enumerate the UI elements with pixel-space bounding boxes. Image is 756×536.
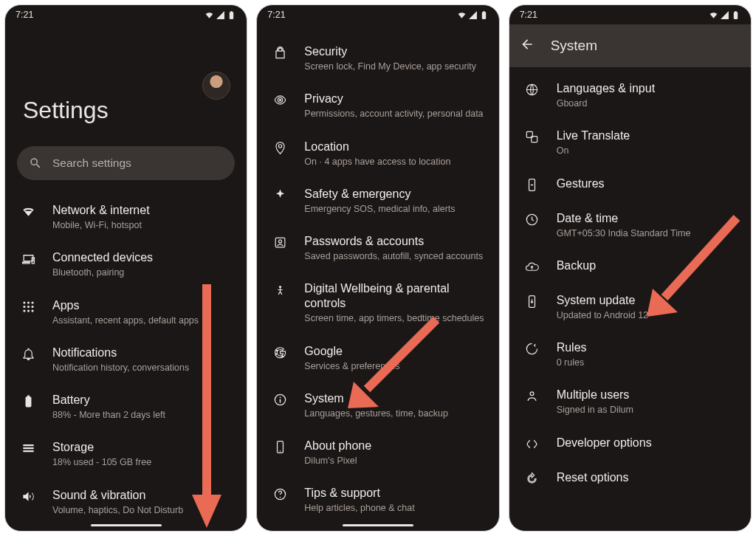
backup-icon — [525, 260, 539, 274]
signal-icon — [720, 10, 729, 20]
row-sub: Screen time, app timers, bedtime schedul… — [304, 312, 485, 324]
row-title: Gestures — [557, 176, 738, 191]
back-button[interactable] — [520, 37, 535, 55]
row-apps[interactable]: AppsAssistant, recent apps, default apps — [5, 289, 247, 336]
status-bar: 7:21 — [257, 5, 498, 24]
svg-point-7 — [27, 309, 29, 312]
users-icon — [525, 389, 539, 403]
svg-point-6 — [23, 309, 25, 312]
row-system-update[interactable]: System updateUpdated to Android 12 — [509, 284, 751, 331]
row-connected-devices[interactable]: Connected devicesBluetooth, pairing — [5, 241, 247, 288]
status-icons — [205, 10, 236, 20]
row-sub: Help articles, phone & chat — [304, 502, 485, 514]
translate-icon — [525, 130, 539, 144]
wifi-icon — [709, 10, 718, 20]
google-icon — [273, 346, 287, 360]
row-sub: Signed in as Dilum — [557, 404, 738, 416]
svg-point-3 — [23, 305, 25, 307]
row-title: System — [304, 391, 485, 406]
row-google[interactable]: GoogleServices & preferences — [257, 334, 498, 382]
row-sub: Updated to Android 12 — [557, 309, 738, 321]
status-bar: 7:21 — [5, 5, 247, 24]
row-notifications[interactable]: NotificationsNotification history, conve… — [5, 336, 247, 383]
row-sub: Gboard — [557, 97, 738, 109]
svg-point-17 — [279, 396, 281, 398]
row-rules[interactable]: Rules0 rules — [509, 331, 751, 378]
row-security[interactable]: SecurityScreen lock, Find My Device, app… — [257, 35, 498, 82]
row-sub: Dilum's Pixel — [304, 455, 485, 467]
row-languages[interactable]: Languages & inputGboard — [509, 72, 751, 119]
row-privacy[interactable]: PrivacyPermissions, account activity, pe… — [257, 82, 498, 129]
row-sub: Mobile, Wi-Fi, hotspot — [52, 219, 233, 231]
row-reset-options[interactable]: Reset options — [509, 461, 751, 495]
nav-indicator — [343, 524, 413, 526]
phone-screen-system: 7:21 System Languages & inputGboard Live… — [509, 4, 752, 532]
row-title: Languages & input — [557, 81, 738, 96]
row-developer-options[interactable]: Developer options — [509, 426, 751, 461]
row-title: Storage — [52, 440, 233, 455]
row-title: Passwords & accounts — [304, 234, 485, 249]
row-wellbeing[interactable]: Digital Wellbeing & parental controlsScr… — [257, 272, 498, 334]
row-sound[interactable]: Sound & vibrationVolume, haptics, Do Not… — [5, 478, 247, 526]
row-sub: Saved passwords, autofill, synced accoun… — [304, 250, 485, 262]
row-title: Date & time — [557, 211, 738, 226]
row-safety[interactable]: Safety & emergencyEmergency SOS, medical… — [257, 177, 498, 224]
row-location[interactable]: LocationOn · 4 apps have access to locat… — [257, 130, 498, 177]
phone-screen-settings-scrolled: 7:21 SecurityScreen lock, Find My Device… — [256, 4, 499, 532]
row-backup[interactable]: Backup — [509, 249, 751, 284]
row-passwords[interactable]: Passwords & accountsSaved passwords, aut… — [257, 224, 498, 272]
battery-icon — [731, 10, 740, 20]
row-sub: Bluetooth, pairing — [52, 267, 233, 278]
arrow-back-icon — [520, 37, 535, 52]
svg-point-8 — [31, 309, 33, 312]
row-sub: GMT+05:30 India Standard Time — [557, 227, 738, 239]
row-sub: Services & preferences — [304, 360, 485, 372]
row-sub: Emergency SOS, medical info, alerts — [304, 203, 485, 215]
apps-icon — [21, 300, 35, 314]
help-icon — [273, 487, 287, 501]
search-settings[interactable]: Search settings — [17, 146, 235, 180]
row-storage[interactable]: Storage18% used - 105 GB free — [5, 430, 247, 478]
signal-icon — [216, 10, 225, 20]
update-icon — [525, 295, 539, 309]
row-multiple-users[interactable]: Multiple usersSigned in as Dilum — [509, 378, 751, 425]
row-sub: Assistant, recent apps, default apps — [52, 315, 233, 326]
row-title: Live Translate — [557, 128, 738, 143]
wifi-icon — [21, 205, 35, 219]
row-about-phone[interactable]: About phoneDilum's Pixel — [257, 429, 498, 476]
svg-point-2 — [31, 301, 33, 303]
phone-screen-settings: 7:21 Settings Search settings Network & … — [4, 4, 247, 532]
location-icon — [273, 141, 287, 155]
row-gestures[interactable]: Gestures — [509, 167, 751, 202]
row-sub: Permissions, account activity, personal … — [304, 108, 485, 120]
svg-rect-18 — [280, 399, 281, 402]
appbar-title: System — [551, 38, 597, 54]
svg-point-1 — [27, 301, 29, 303]
row-sub: Volume, haptics, Do Not Disturb — [52, 504, 233, 516]
status-icons — [709, 10, 740, 20]
battery-icon — [479, 10, 489, 20]
row-title: Location — [304, 140, 485, 154]
globe-icon — [525, 83, 539, 97]
row-title: Reset options — [557, 470, 738, 485]
row-sub: On — [557, 145, 738, 157]
row-network[interactable]: Network & internetMobile, Wi-Fi, hotspot — [5, 193, 247, 241]
row-battery[interactable]: Battery88% - More than 2 days left — [5, 383, 247, 430]
row-tips[interactable]: Tips & supportHelp articles, phone & cha… — [257, 476, 498, 523]
reset-icon — [525, 472, 539, 486]
row-title: Battery — [52, 393, 233, 408]
row-sub: 18% used - 105 GB free — [52, 456, 233, 468]
clock-icon — [525, 213, 539, 227]
row-date-time[interactable]: Date & timeGMT+05:30 India Standard Time — [509, 202, 751, 249]
row-title: Google — [304, 344, 485, 359]
rules-icon — [525, 342, 539, 356]
nav-indicator — [91, 524, 162, 526]
svg-point-5 — [31, 305, 33, 307]
row-system[interactable]: SystemLanguages, gestures, time, backup — [257, 382, 498, 429]
row-title: Rules — [557, 340, 738, 355]
row-title: Apps — [52, 298, 233, 313]
privacy-icon — [273, 93, 287, 107]
row-live-translate[interactable]: Live TranslateOn — [509, 119, 751, 166]
bell-icon — [21, 347, 35, 361]
status-time: 7:21 — [16, 10, 33, 20]
